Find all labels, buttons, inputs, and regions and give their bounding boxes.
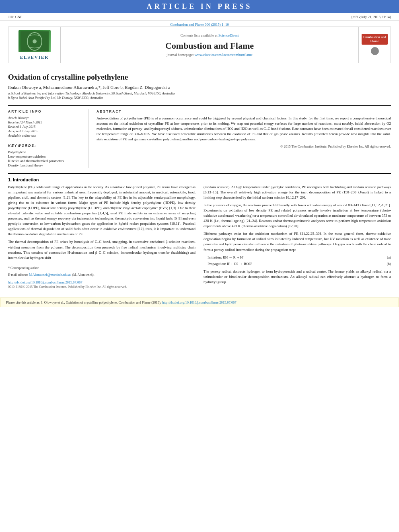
keywords-section: Keywords: Polyethylene Low-temperature o… xyxy=(8,144,83,167)
intro-para-5: Different pathways exist for the oxidati… xyxy=(204,231,391,252)
volume-info-link[interactable]: Combustion and Flame 000 (2015) 1–10 xyxy=(170,23,229,27)
revised-date: Revised 1 July 2015 xyxy=(8,125,83,129)
introduction-section: 1. Introduction Polyethylene (PE) holds … xyxy=(8,173,391,290)
propagation-reaction: Propagation: R' + O2 → ROO' (b) xyxy=(208,261,391,267)
doi-line: http://dx.doi.org/10.1016/j.combustflame… xyxy=(8,280,195,285)
keyword-4: Density functional theory xyxy=(8,163,83,167)
elsevier-logo-section: ELSEVIER xyxy=(8,27,61,63)
initiation-text: Initiation: RH → R' + H' xyxy=(208,255,243,260)
intro-para-3: (random scission). At high temperature u… xyxy=(204,185,391,200)
journal-right-logo: Combustion and Flame xyxy=(358,27,391,63)
section-title: 1. Introduction xyxy=(8,177,391,182)
keyword-1: Polyethylene xyxy=(8,150,83,154)
right-logo-box: Combustion and Flame xyxy=(362,34,388,45)
keyword-3: Kinetics and thermochemical parameters xyxy=(8,159,83,163)
right-logo-icon xyxy=(371,47,379,55)
keywords-label: Keywords: xyxy=(8,144,83,148)
article-info-header: ARTICLE INFO xyxy=(8,109,83,113)
accepted-date: Accepted 2 July 2015 xyxy=(8,129,83,133)
elsevier-label: ELSEVIER xyxy=(20,55,49,60)
article-title: Oxidation of crystalline polyethylene xyxy=(8,73,391,82)
article-info-col: ARTICLE INFO Article history: Received 2… xyxy=(8,109,88,168)
sciencedirect-link[interactable]: ScienceDirect xyxy=(218,33,239,37)
contents-line: Contents lists available at ScienceDirec… xyxy=(181,33,239,37)
doi-link[interactable]: http://dx.doi.org/10.1016/j.combustflame… xyxy=(8,280,82,284)
intro-para-2: The thermal decomposition of PE arises b… xyxy=(8,239,195,260)
propagation-text: Propagation: R' + O2 → ROO' xyxy=(208,261,252,267)
homepage-link[interactable]: www.elsevier.com/locate/combustflame xyxy=(195,53,253,57)
article-in-press-banner: ARTICLE IN PRESS xyxy=(0,0,399,13)
affiliation-a: a School of Engineering and Information … xyxy=(8,91,391,95)
corresponding-author: * Corresponding author. xyxy=(8,266,195,271)
intro-body: Polyethylene (PE) holds wide range of ap… xyxy=(8,185,391,290)
footnote-section: * Corresponding author. E-mail address: … xyxy=(8,264,195,277)
issn-copyright: 0010-2180/© 2015 The Combustion Institut… xyxy=(8,285,195,290)
right-logo-title: Combustion and Flame xyxy=(363,35,387,43)
article-history: Article history: Received 24 March 2015 … xyxy=(8,116,83,138)
initiation-reaction: Initiation: RH → R' + H' (a) xyxy=(208,255,391,260)
email-link[interactable]: M.Altarawneh@murdoch.edu.au xyxy=(29,273,71,277)
available-online: Available online xxx xyxy=(8,134,83,138)
intro-para-4: In the presence of oxygen, the reactions… xyxy=(204,203,391,229)
elsevier-logo-image xyxy=(19,30,51,52)
affiliations: a School of Engineering and Information … xyxy=(8,91,391,100)
journal-header: ELSEVIER Contents lists available at Sci… xyxy=(8,27,391,63)
jid-bar: JID: CNF [m5G;July 21, 2015;21:14] xyxy=(0,13,399,21)
main-content: Oxidation of crystalline polyethylene Ib… xyxy=(0,63,399,294)
journal-title: Combustion and Flame xyxy=(165,41,254,51)
reaction-label-a: (a) xyxy=(387,255,391,260)
info-abstract-section: ARTICLE INFO Article history: Received 2… xyxy=(8,105,391,168)
keyword-2: Low-temperature oxidation xyxy=(8,154,83,158)
reaction-equations: Initiation: RH → R' + H' (a) Propagation… xyxy=(204,255,391,267)
svg-point-2 xyxy=(33,39,37,43)
intro-col-right: (random scission). At high temperature u… xyxy=(204,185,391,290)
intro-para-6: The peroxy radical abstracts hydrogen to… xyxy=(204,269,391,285)
abstract-copyright: © 2015 The Combustion Institute. Publish… xyxy=(97,144,391,148)
abstract-col: ABSTRACT Auto-oxidation of polyethylene … xyxy=(97,109,391,168)
email-line: E-mail address: M.Altarawneh@murdoch.edu… xyxy=(8,273,195,277)
abstract-header: ABSTRACT xyxy=(97,109,391,113)
affiliation-b: b Dyno Nobel Asia Pacific Pty Ltd, Mt Th… xyxy=(8,96,391,100)
citation-doi-link[interactable]: http://dx.doi.org/10.1016/j.combustflame… xyxy=(162,300,237,304)
jid-left: JID: CNF xyxy=(8,15,22,19)
homepage-line: journal homepage: www.elsevier.com/locat… xyxy=(167,53,252,57)
jid-right: [m5G;July 21, 2015;21:14] xyxy=(352,15,391,19)
citation-bar: Please cite this article as: I. Oluwoye … xyxy=(0,298,399,307)
abstract-text: Auto-oxidation of polyethylene (PE) is o… xyxy=(97,116,391,142)
citation-text: Please cite this article as: I. Oluwoye … xyxy=(6,300,161,304)
history-label: Article history: xyxy=(8,116,83,120)
reaction-label-b: (b) xyxy=(387,261,391,267)
intro-para-1: Polyethylene (PE) holds wide range of ap… xyxy=(8,185,195,237)
intro-col-left: Polyethylene (PE) holds wide range of ap… xyxy=(8,185,195,290)
authors-line: Ibukun Oluwoye a, Mohammednoor Altarawne… xyxy=(8,85,391,90)
received-date: Received 24 March 2015 xyxy=(8,120,83,124)
journal-center: Contents lists available at ScienceDirec… xyxy=(61,27,358,63)
